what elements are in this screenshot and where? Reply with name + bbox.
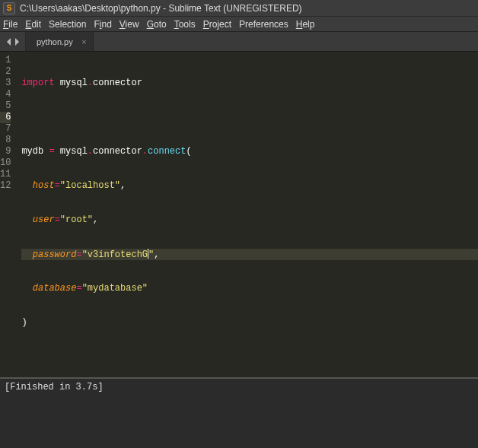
tab-python-py[interactable]: python.py × [26,32,94,51]
chevron-left-icon [6,38,12,46]
line-number-gutter: 123456789101112 [0,52,17,377]
tab-bar: python.py × [0,32,478,52]
menu-file[interactable]: File [3,19,18,30]
menu-help[interactable]: Help [296,19,315,30]
tab-label: python.py [37,37,73,46]
menu-view[interactable]: View [120,19,139,30]
menu-goto[interactable]: Goto [147,19,167,30]
menu-preferences[interactable]: Preferences [239,19,288,30]
line-number: 7 [0,123,11,135]
code-editor[interactable]: 123456789101112 import mysql.connector m… [0,52,478,377]
line-number: 10 [0,157,11,169]
line-number: 2 [0,66,11,78]
tab-nav-arrows[interactable] [0,32,26,51]
window-title: C:\Users\aakas\Desktop\python.py - Subli… [20,3,302,14]
build-output-panel: [Finished in 3.7s] [0,377,478,447]
line-number: 11 [0,169,11,180]
line-number: 5 [0,100,11,112]
menu-edit[interactable]: Edit [25,19,41,30]
menu-find[interactable]: Find [94,19,111,30]
line-number: 8 [0,135,11,146]
line-number: 9 [0,146,11,157]
menu-tools[interactable]: Tools [174,19,196,30]
menu-bar: File Edit Selection Find View Goto Tools… [0,17,478,32]
menu-selection[interactable]: Selection [49,19,86,30]
line-number: 1 [0,55,11,66]
line-number: 6 [0,112,11,123]
line-number: 12 [0,180,11,192]
app-icon: S [3,2,15,14]
close-icon[interactable]: × [81,37,86,46]
console-output-line: [Finished in 3.7s] [5,382,473,392]
chevron-right-icon [14,38,20,46]
line-number: 3 [0,78,11,89]
code-area[interactable]: import mysql.connector mydb = mysql.conn… [17,52,478,377]
menu-project[interactable]: Project [203,19,231,30]
line-number: 4 [0,89,11,100]
title-bar: S C:\Users\aakas\Desktop\python.py - Sub… [0,0,478,17]
